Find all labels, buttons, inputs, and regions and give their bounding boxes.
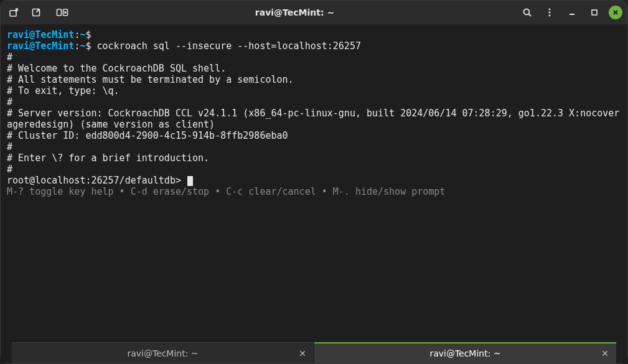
output-line: # bbox=[7, 141, 621, 152]
tab-close-icon[interactable]: ✕ bbox=[601, 348, 609, 358]
output-line: # Welcome to the CockroachDB SQL shell. bbox=[7, 63, 621, 74]
cmd-text: cockroach sql --insecure --host=localhos… bbox=[97, 40, 361, 52]
tab-label: ravi@TecMint: ~ bbox=[127, 348, 198, 358]
prompt-dollar: $ bbox=[85, 40, 91, 52]
terminal-tab-1[interactable]: ravi@TecMint: ~ ✕ bbox=[12, 342, 314, 363]
cursor bbox=[187, 176, 193, 186]
tab-label: ravi@TecMint: ~ bbox=[429, 348, 500, 358]
tabbar-spacer-left bbox=[1, 342, 12, 363]
titlebar: ravi@TecMint: ~ bbox=[1, 1, 627, 24]
tab-bar: ravi@TecMint: ~ ✕ ravi@TecMint: ~ ✕ bbox=[1, 342, 627, 363]
prompt-user: ravi@TecMint bbox=[7, 29, 74, 40]
terminal-tab-2[interactable]: ravi@TecMint: ~ ✕ bbox=[314, 342, 616, 363]
tabbar-spacer-right bbox=[616, 342, 627, 363]
new-tab-button[interactable] bbox=[6, 4, 22, 21]
svg-point-7 bbox=[549, 15, 551, 17]
window-title: ravi@TecMint: ~ bbox=[70, 7, 519, 17]
help-line: M-? toggle key help • C-d erase/stop • C… bbox=[7, 186, 621, 197]
svg-rect-0 bbox=[10, 11, 16, 16]
menu-button[interactable] bbox=[541, 4, 558, 21]
output-line: # bbox=[7, 164, 621, 175]
svg-point-4 bbox=[524, 9, 530, 15]
maximize-button[interactable] bbox=[586, 4, 602, 21]
output-line: # Enter \? for a brief introduction. bbox=[7, 152, 621, 164]
sql-prompt: root@localhost:26257/defaultdb> bbox=[7, 175, 187, 186]
minimize-button[interactable] bbox=[564, 4, 580, 21]
split-button[interactable] bbox=[54, 4, 70, 21]
output-line: # bbox=[7, 52, 621, 63]
svg-point-6 bbox=[549, 12, 551, 14]
tab-close-icon[interactable]: ✕ bbox=[299, 348, 306, 358]
output-line: # Server version: CockroachDB CCL v24.1.… bbox=[7, 108, 621, 130]
svg-point-5 bbox=[549, 9, 551, 11]
output-line: # All statements must be terminated by a… bbox=[7, 74, 621, 85]
output-line: # To exit, type: \q. bbox=[7, 85, 621, 96]
output-line: # bbox=[7, 96, 621, 108]
terminal-area[interactable]: ravi@TecMint:~$ravi@TecMint:~$ cockroach… bbox=[1, 24, 627, 342]
svg-rect-2 bbox=[57, 9, 62, 16]
close-button[interactable] bbox=[609, 6, 622, 19]
svg-rect-8 bbox=[592, 10, 597, 15]
prompt-dollar: $ bbox=[85, 29, 91, 40]
prompt-user: ravi@TecMint bbox=[7, 40, 74, 52]
new-window-button[interactable] bbox=[28, 4, 44, 21]
output-line: # Cluster ID: edd800d4-2900-4c15-914b-8f… bbox=[7, 130, 621, 141]
search-button[interactable] bbox=[519, 4, 535, 21]
